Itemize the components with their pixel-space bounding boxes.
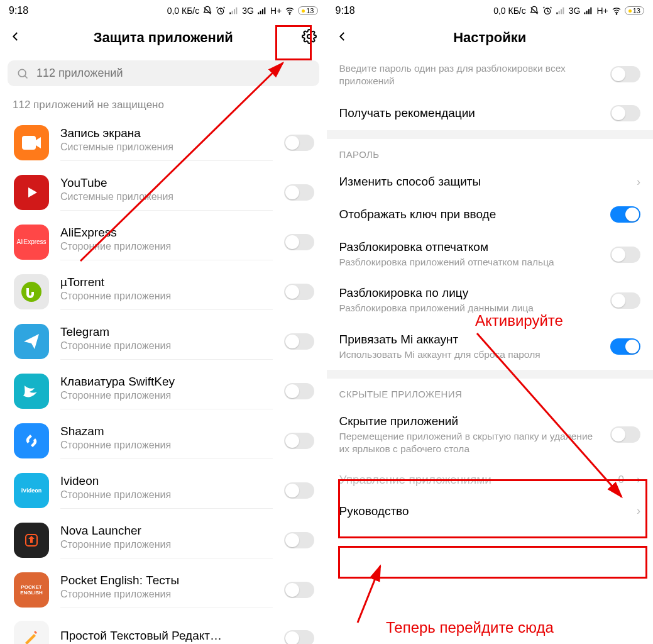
battery-badge: 13 bbox=[625, 6, 644, 15]
app-name: AliExpress bbox=[60, 226, 273, 240]
app-toggle[interactable] bbox=[284, 135, 314, 151]
battery-badge: 13 bbox=[298, 6, 317, 15]
manage-apps-row[interactable]: Управление приложениями 0 › bbox=[327, 464, 654, 496]
app-toggle[interactable] bbox=[284, 383, 314, 399]
app-name: Shazam bbox=[60, 425, 273, 438]
status-data-rate: 0,0 КБ/с bbox=[167, 6, 200, 16]
show-key-row[interactable]: Отображать ключ при вводе bbox=[327, 197, 654, 231]
settings-button[interactable] bbox=[298, 29, 317, 47]
unprotected-caption: 112 приложений не защищено bbox=[0, 94, 327, 118]
mi-sub: Использовать Mi аккаунт для сброса парол… bbox=[339, 348, 602, 361]
app-sub: Сторонние приложения bbox=[60, 589, 273, 600]
svg-point-11 bbox=[18, 69, 26, 77]
app-sub: Сторонние приложения bbox=[60, 489, 273, 501]
app-icon bbox=[14, 621, 49, 644]
app-toggle[interactable] bbox=[284, 333, 314, 350]
signal-icon bbox=[229, 6, 239, 16]
app-row[interactable]: Клавиатура SwiftKey Сторонние приложения bbox=[0, 366, 327, 416]
chevron-right-icon: › bbox=[637, 504, 640, 518]
group-unlock-sub: Введите пароль один раз для разблокировк… bbox=[339, 62, 602, 87]
fingerprint-title: Разблокировка отпечатком bbox=[339, 240, 602, 254]
manage-count: 0 bbox=[618, 474, 624, 486]
svg-rect-12 bbox=[22, 136, 36, 150]
app-row[interactable]: Nova Launcher Сторонние приложения bbox=[0, 515, 327, 565]
mi-toggle[interactable] bbox=[610, 338, 640, 355]
face-title: Разблокировка по лицу bbox=[339, 286, 602, 300]
gear-icon bbox=[302, 29, 317, 44]
back-button[interactable] bbox=[337, 31, 356, 45]
app-toggle[interactable] bbox=[284, 582, 314, 598]
show-key-title: Отображать ключ при вводе bbox=[339, 208, 602, 221]
svg-point-10 bbox=[307, 35, 311, 38]
svg-rect-8 bbox=[264, 8, 265, 14]
signal2-icon bbox=[583, 6, 593, 16]
app-row[interactable]: µTorrent Сторонние приложения bbox=[0, 267, 327, 316]
fingerprint-row[interactable]: Разблокировка отпечатком Разблокировка п… bbox=[327, 231, 654, 277]
app-icon: iVideon bbox=[14, 473, 49, 508]
svg-rect-21 bbox=[586, 11, 588, 14]
face-row[interactable]: Разблокировка по лицу Разблокировка прил… bbox=[327, 277, 654, 323]
status-net1: 3G bbox=[242, 6, 254, 16]
search-box[interactable] bbox=[8, 60, 319, 86]
app-name: Простой Текстовый Редакт… bbox=[60, 629, 273, 643]
app-sub: Сторонние приложения bbox=[60, 390, 273, 401]
app-row[interactable]: iVideon Ivideon Сторонние приложения bbox=[0, 465, 327, 515]
app-sub: Сторонние приложения bbox=[60, 291, 273, 302]
app-toggle[interactable] bbox=[284, 630, 314, 644]
chevron-right-icon: › bbox=[637, 473, 640, 486]
svg-rect-3 bbox=[234, 9, 235, 14]
fingerprint-sub: Разблокировка приложений отпечатком паль… bbox=[339, 256, 602, 269]
signal2-icon bbox=[257, 6, 267, 16]
page-title: Настройки bbox=[356, 30, 625, 46]
app-name: Pocket English: Тесты bbox=[60, 574, 273, 587]
app-toggle[interactable] bbox=[284, 482, 314, 499]
app-sub: Сторонние приложения bbox=[60, 539, 273, 550]
mi-title: Привязать Mi аккаунт bbox=[339, 333, 602, 347]
fingerprint-toggle[interactable] bbox=[610, 247, 640, 263]
hide-title: Скрытие приложений bbox=[339, 414, 602, 428]
app-icon bbox=[14, 274, 49, 309]
app-toggle[interactable] bbox=[284, 433, 314, 449]
header: Защита приложений bbox=[0, 19, 327, 57]
mi-account-row[interactable]: Привязать Mi аккаунт Использовать Mi акк… bbox=[327, 324, 654, 370]
face-toggle[interactable] bbox=[610, 292, 640, 309]
hide-apps-row[interactable]: Скрытие приложений Перемещение приложени… bbox=[327, 406, 654, 464]
back-button[interactable] bbox=[10, 31, 29, 45]
app-row[interactable]: Простой Текстовый Редакт… bbox=[0, 614, 327, 644]
section-hidden: СКРЫТЫЕ ПРИЛОЖЕНИЯ bbox=[327, 379, 654, 406]
guide-row[interactable]: Руководство › bbox=[327, 496, 654, 522]
app-row[interactable]: YouTube Системные приложения bbox=[0, 167, 327, 217]
change-method-row[interactable]: Изменить способ защиты › bbox=[327, 166, 654, 197]
app-row[interactable]: Telegram Сторонние приложения bbox=[0, 316, 327, 366]
svg-rect-5 bbox=[258, 13, 259, 14]
status-net2: H+ bbox=[270, 6, 282, 16]
app-row[interactable]: Shazam Сторонние приложения bbox=[0, 416, 327, 465]
recommendations-toggle[interactable] bbox=[610, 105, 640, 121]
hide-toggle[interactable] bbox=[610, 426, 640, 443]
app-icon bbox=[14, 125, 49, 160]
app-row[interactable]: AliExpress AliExpress Сторонние приложен… bbox=[0, 217, 327, 267]
app-sub: Системные приложения bbox=[60, 142, 273, 153]
app-row[interactable]: Запись экрана Системные приложения bbox=[0, 118, 327, 167]
status-bar: 9:18 0,0 КБ/с 3G H+ 13 bbox=[327, 0, 654, 19]
recommendations-row[interactable]: Получать рекомендации bbox=[327, 96, 654, 130]
app-toggle[interactable] bbox=[284, 234, 314, 250]
status-bar: 9:18 0,0 КБ/с 3G H+ 13 bbox=[0, 0, 327, 19]
app-name: YouTube bbox=[60, 176, 273, 190]
app-toggle[interactable] bbox=[284, 532, 314, 548]
app-icon: AliExpress bbox=[14, 225, 49, 260]
signal-icon bbox=[556, 6, 566, 16]
app-row[interactable]: POCKETENGLISH Pocket English: Тесты Стор… bbox=[0, 565, 327, 614]
app-sub: Сторонние приложения bbox=[60, 440, 273, 451]
app-toggle[interactable] bbox=[284, 284, 314, 300]
status-net1: 3G bbox=[569, 6, 581, 16]
app-name: Клавиатура SwiftKey bbox=[60, 375, 273, 389]
group-unlock-toggle[interactable] bbox=[610, 66, 640, 82]
search-input[interactable] bbox=[36, 67, 310, 80]
group-unlock-row[interactable]: Введите пароль один раз для разблокировк… bbox=[327, 57, 654, 96]
app-toggle[interactable] bbox=[284, 184, 314, 201]
show-key-toggle[interactable] bbox=[610, 206, 640, 223]
guide-title: Руководство bbox=[339, 504, 628, 518]
svg-rect-4 bbox=[236, 8, 238, 14]
divider bbox=[327, 370, 654, 379]
